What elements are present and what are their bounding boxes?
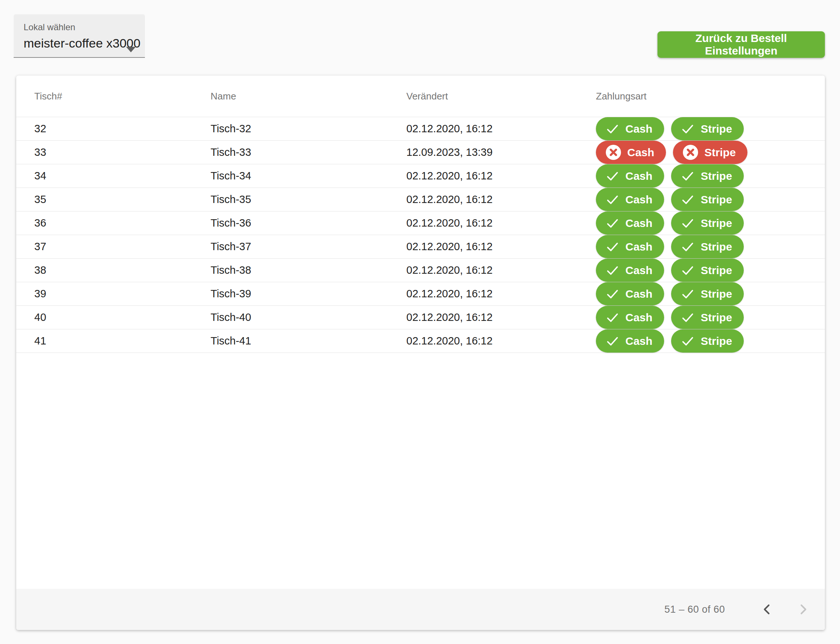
cash-toggle-button[interactable]: Cash (596, 212, 664, 235)
header-changed: Verändert (406, 90, 509, 102)
cell-tisch: 34 (16, 170, 211, 182)
chevron-left-icon (761, 603, 774, 616)
stripe-toggle-button[interactable]: Stripe (671, 306, 744, 329)
cash-toggle-button[interactable]: Cash (596, 117, 664, 140)
cell-changed: 02.12.2020, 16:12 (406, 170, 509, 182)
stripe-label: Stripe (701, 194, 732, 206)
cash-toggle-button[interactable]: Cash (596, 329, 664, 353)
cell-tisch: 38 (16, 264, 211, 276)
stripe-label: Stripe (704, 146, 736, 159)
check-icon (681, 334, 695, 348)
stripe-label: Stripe (701, 123, 732, 135)
check-icon (681, 193, 695, 207)
cash-toggle-button[interactable]: Cash (596, 306, 664, 329)
cash-toggle-button[interactable]: Cash (596, 164, 664, 187)
table-row: 34 Tisch-34 02.12.2020, 16:12 Cash (16, 164, 825, 188)
check-icon (681, 287, 695, 301)
table-empty-area (16, 353, 825, 589)
cell-payment: Cash Stripe (509, 235, 825, 258)
cell-name: Tisch-41 (211, 335, 406, 347)
header-tisch: Tisch# (16, 90, 211, 102)
stripe-label: Stripe (701, 170, 732, 182)
cell-changed: 12.09.2023, 13:39 (406, 146, 509, 158)
check-icon (681, 216, 695, 230)
check-icon (606, 310, 619, 325)
check-icon (681, 310, 695, 325)
cell-payment: Cash Stripe (509, 259, 825, 282)
table-body: 32 Tisch-32 02.12.2020, 16:12 Cash (16, 117, 825, 353)
cell-tisch: 32 (16, 123, 211, 135)
cell-payment: Cash Stripe (509, 329, 825, 353)
cell-changed: 02.12.2020, 16:12 (406, 288, 509, 300)
check-icon (681, 169, 695, 183)
cell-name: Tisch-34 (211, 170, 406, 182)
table-row: 41 Tisch-41 02.12.2020, 16:12 Cash (16, 329, 825, 353)
cash-label: Cash (625, 264, 652, 277)
cell-tisch: 40 (16, 311, 211, 324)
check-icon (606, 334, 619, 348)
stripe-label: Stripe (701, 217, 732, 230)
table-row: 33 Tisch-33 12.09.2023, 13:39 Cash (16, 141, 825, 164)
stripe-label: Stripe (701, 311, 732, 324)
cell-name: Tisch-40 (211, 311, 406, 324)
cash-label: Cash (625, 311, 652, 324)
check-icon (681, 263, 695, 278)
cash-label: Cash (625, 123, 652, 135)
table-row: 39 Tisch-39 02.12.2020, 16:12 Cash (16, 282, 825, 306)
stripe-toggle-button[interactable]: Stripe (673, 141, 748, 164)
stripe-toggle-button[interactable]: Stripe (671, 117, 744, 140)
chevron-right-icon (796, 603, 809, 616)
cash-toggle-button[interactable]: Cash (596, 282, 664, 306)
cell-name: Tisch-33 (211, 146, 406, 158)
cash-toggle-button[interactable]: Cash (596, 188, 664, 211)
cell-name: Tisch-37 (211, 241, 406, 253)
cash-label: Cash (627, 146, 654, 159)
table-row: 40 Tisch-40 02.12.2020, 16:12 Cash (16, 306, 825, 329)
cell-changed: 02.12.2020, 16:12 (406, 241, 509, 253)
table-row: 37 Tisch-37 02.12.2020, 16:12 Cash (16, 235, 825, 259)
cell-tisch: 36 (16, 217, 211, 229)
cell-payment: Cash Stripe (509, 212, 825, 235)
check-icon (606, 263, 619, 278)
stripe-toggle-button[interactable]: Stripe (671, 188, 744, 211)
stripe-label: Stripe (701, 288, 732, 300)
cash-label: Cash (625, 288, 652, 300)
cancel-icon (682, 145, 698, 160)
cell-payment: Cash Stripe (509, 117, 825, 140)
check-icon (606, 122, 619, 136)
stripe-label: Stripe (701, 335, 732, 347)
paginator-prev-button[interactable] (760, 602, 775, 617)
cash-toggle-button[interactable]: Cash (596, 235, 664, 258)
table-header-row: Tisch# Name Verändert Zahlungsart (16, 76, 825, 117)
cell-changed: 02.12.2020, 16:12 (406, 264, 509, 276)
cell-tisch: 37 (16, 241, 211, 253)
cash-label: Cash (625, 335, 652, 347)
cell-name: Tisch-36 (211, 217, 406, 229)
cell-name: Tisch-35 (211, 194, 406, 205)
cash-label: Cash (625, 241, 652, 253)
cell-payment: Cash Stripe (509, 282, 825, 306)
cell-payment: Cash Stripe (509, 188, 825, 211)
cash-toggle-button[interactable]: Cash (596, 259, 664, 282)
cell-tisch: 35 (16, 194, 211, 205)
cash-toggle-button[interactable]: Cash (596, 141, 666, 164)
table-row: 38 Tisch-38 02.12.2020, 16:12 Cash (16, 259, 825, 282)
stripe-toggle-button[interactable]: Stripe (671, 212, 744, 235)
stripe-toggle-button[interactable]: Stripe (671, 235, 744, 258)
stripe-toggle-button[interactable]: Stripe (671, 164, 744, 187)
cell-tisch: 39 (16, 288, 211, 300)
stripe-toggle-button[interactable]: Stripe (671, 329, 744, 353)
check-icon (681, 240, 695, 254)
header-payment: Zahlungsart (509, 90, 825, 102)
table-row: 32 Tisch-32 02.12.2020, 16:12 Cash (16, 117, 825, 141)
paginator-range-label: 51 – 60 of 60 (664, 604, 725, 615)
back-to-settings-button[interactable]: Zurück zu Bestell Einstellungen (657, 31, 825, 58)
local-select[interactable]: Lokal wählen meister-coffee x3000 (14, 14, 145, 58)
cell-tisch: 33 (16, 146, 211, 158)
stripe-toggle-button[interactable]: Stripe (671, 259, 744, 282)
check-icon (606, 240, 619, 254)
check-icon (681, 122, 695, 136)
cash-label: Cash (625, 217, 652, 230)
table-row: 35 Tisch-35 02.12.2020, 16:12 Cash (16, 188, 825, 212)
stripe-toggle-button[interactable]: Stripe (671, 282, 744, 306)
